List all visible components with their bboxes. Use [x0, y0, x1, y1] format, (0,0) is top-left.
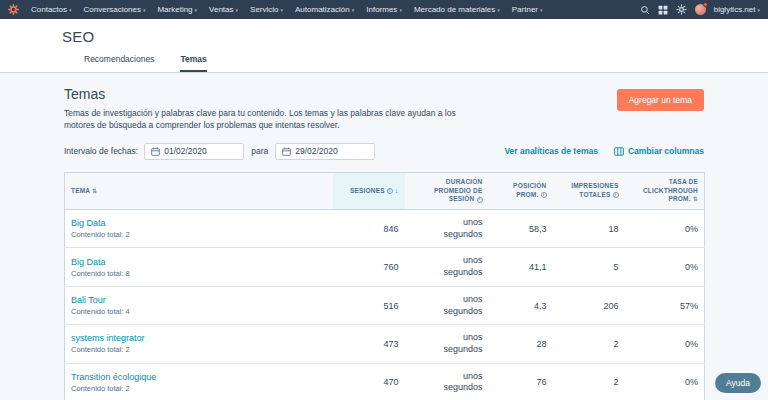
- duration-value: unos segundos: [441, 294, 483, 317]
- topic-meta: Contenido total: 2: [71, 384, 327, 393]
- impressions-value: 2: [553, 363, 625, 400]
- nav-item-servicio[interactable]: Servicio▾: [244, 5, 289, 14]
- topic-link[interactable]: Big Data: [71, 257, 106, 267]
- info-icon: i: [613, 192, 619, 198]
- topics-table: TEMA ⇅ SESIONES i ↓ DURACIÓN PROMEDIO DE…: [64, 172, 705, 400]
- sort-icon: ⇅: [693, 196, 698, 202]
- nav-item-informes[interactable]: Informes▾: [360, 5, 408, 14]
- topic-link[interactable]: Big Data: [71, 218, 106, 228]
- page-title: SEO: [0, 28, 768, 45]
- column-header-posicion[interactable]: POSICIÓN PROM. i: [489, 172, 553, 209]
- table-row: Big DataContenido total: 8 760 unos segu…: [65, 248, 705, 286]
- position-value: 41,1: [489, 248, 553, 286]
- change-columns-link[interactable]: Cambiar columnas: [614, 146, 704, 156]
- duration-value: unos segundos: [441, 255, 483, 278]
- sessions-value: 473: [333, 325, 405, 363]
- chevron-down-icon: ▾: [757, 7, 760, 13]
- table-row: systems integratorContenido total: 2 473…: [65, 325, 705, 363]
- ctr-value: 0%: [625, 325, 705, 363]
- tab-recomendaciones[interactable]: Recomendaciones: [84, 54, 154, 72]
- sort-desc-icon: ↓: [395, 187, 399, 194]
- main-content: Temas Temas de investigación y palabras …: [0, 73, 768, 400]
- nav-item-marketing[interactable]: Marketing▾: [151, 5, 203, 14]
- marketplace-grid-icon[interactable]: [658, 5, 668, 15]
- info-icon: i: [541, 192, 547, 198]
- nav-item-automatizacion[interactable]: Automatización▾: [289, 5, 360, 14]
- search-icon[interactable]: [640, 5, 650, 15]
- column-header-impresiones[interactable]: IMPRESIONES TOTALES i: [553, 172, 625, 209]
- position-value: 4,3: [489, 286, 553, 324]
- info-icon: i: [477, 197, 483, 203]
- nav-item-mercado-de-materiales[interactable]: Mercado de materiales▾: [408, 5, 506, 14]
- column-header-sesiones[interactable]: SESIONES i ↓: [333, 172, 405, 209]
- user-avatar[interactable]: [695, 4, 706, 15]
- chevron-down-icon: ▾: [69, 7, 72, 13]
- help-button[interactable]: Ayuda: [715, 373, 761, 393]
- impressions-value: 18: [553, 210, 625, 248]
- chevron-down-icon: ▾: [399, 7, 402, 13]
- nav-item-ventas[interactable]: Ventas▾: [203, 5, 244, 14]
- nav-item-conversaciones[interactable]: Conversaciones▾: [78, 5, 152, 14]
- table-header-row: TEMA ⇅ SESIONES i ↓ DURACIÓN PROMEDIO DE…: [65, 172, 705, 209]
- sort-icon: ⇅: [92, 188, 97, 194]
- nav-item-contactos[interactable]: Contactos▾: [25, 5, 78, 14]
- ctr-value: 0%: [625, 210, 705, 248]
- position-value: 28: [489, 325, 553, 363]
- hubspot-logo-icon[interactable]: [8, 4, 19, 15]
- date-end-input[interactable]: 29/02/2020: [275, 143, 375, 160]
- account-menu[interactable]: biglytics.net ▾: [714, 5, 760, 14]
- topic-meta: Contenido total: 2: [71, 345, 327, 354]
- position-value: 58,3: [489, 210, 553, 248]
- column-header-tema[interactable]: TEMA ⇅: [65, 172, 333, 209]
- chevron-down-icon: ▾: [281, 7, 284, 13]
- column-header-tasa-clickthrough[interactable]: TASA DE CLICKTHROUGH PROM. ⇅: [625, 172, 705, 209]
- tab-temas[interactable]: Temas: [180, 54, 206, 72]
- top-navbar: Contactos▾ Conversaciones▾ Marketing▾ Ve…: [0, 0, 768, 19]
- topic-meta: Contenido total: 2: [71, 230, 327, 239]
- topic-link[interactable]: Bali Tour: [71, 295, 106, 305]
- chevron-down-icon: ▾: [143, 7, 146, 13]
- notification-badge: [703, 2, 708, 7]
- impressions-value: 5: [553, 248, 625, 286]
- sessions-value: 760: [333, 248, 405, 286]
- topic-link[interactable]: systems integrator: [71, 333, 145, 343]
- columns-icon: [614, 147, 624, 156]
- position-value: 76: [489, 363, 553, 400]
- column-header-duracion[interactable]: DURACIÓN PROMEDIO DE SESIÓN i: [405, 172, 489, 209]
- chevron-down-icon: ▾: [497, 7, 500, 13]
- ctr-value: 0%: [625, 248, 705, 286]
- section-description: Temas de investigación y palabras clave …: [64, 108, 456, 132]
- table-row: Bali TourContenido total: 4 516 unos seg…: [65, 286, 705, 324]
- table-row: Transition écologiqueContenido total: 2 …: [65, 363, 705, 400]
- ctr-value: 57%: [625, 286, 705, 324]
- duration-value: unos segundos: [441, 332, 483, 355]
- add-topic-button[interactable]: Agregar un tema: [617, 89, 704, 111]
- tab-bar: Recomendaciones Temas: [0, 54, 768, 72]
- chevron-down-icon: ▾: [540, 7, 543, 13]
- topic-link[interactable]: Transition écologique: [71, 372, 156, 382]
- duration-value: unos segundos: [441, 371, 483, 394]
- date-start-input[interactable]: 01/02/2020: [144, 143, 244, 160]
- sessions-value: 846: [333, 210, 405, 248]
- filter-row: Intervalo de fechas: 01/02/2020 para 29/…: [64, 143, 704, 160]
- page-header: SEO Recomendaciones Temas: [0, 19, 768, 73]
- info-icon: i: [387, 188, 393, 194]
- chevron-down-icon: ▾: [236, 7, 239, 13]
- impressions-value: 206: [553, 286, 625, 324]
- section-title: Temas: [64, 86, 456, 102]
- nav-item-partner[interactable]: Partner▾: [506, 5, 549, 14]
- topic-meta: Contenido total: 4: [71, 307, 327, 316]
- topic-meta: Contenido total: 8: [71, 269, 327, 278]
- settings-gear-icon[interactable]: [676, 4, 687, 15]
- table-row: Big DataContenido total: 2 846 unos segu…: [65, 210, 705, 248]
- sessions-value: 516: [333, 286, 405, 324]
- chevron-down-icon: ▾: [352, 7, 355, 13]
- chevron-down-icon: ▾: [195, 7, 198, 13]
- calendar-icon: [282, 147, 291, 156]
- sessions-value: 470: [333, 363, 405, 400]
- duration-value: unos segundos: [441, 217, 483, 240]
- view-topic-analytics-link[interactable]: Ver analíticas de temas: [504, 146, 598, 156]
- calendar-icon: [151, 147, 160, 156]
- date-separator-label: para: [251, 146, 268, 156]
- ctr-value: 0%: [625, 363, 705, 400]
